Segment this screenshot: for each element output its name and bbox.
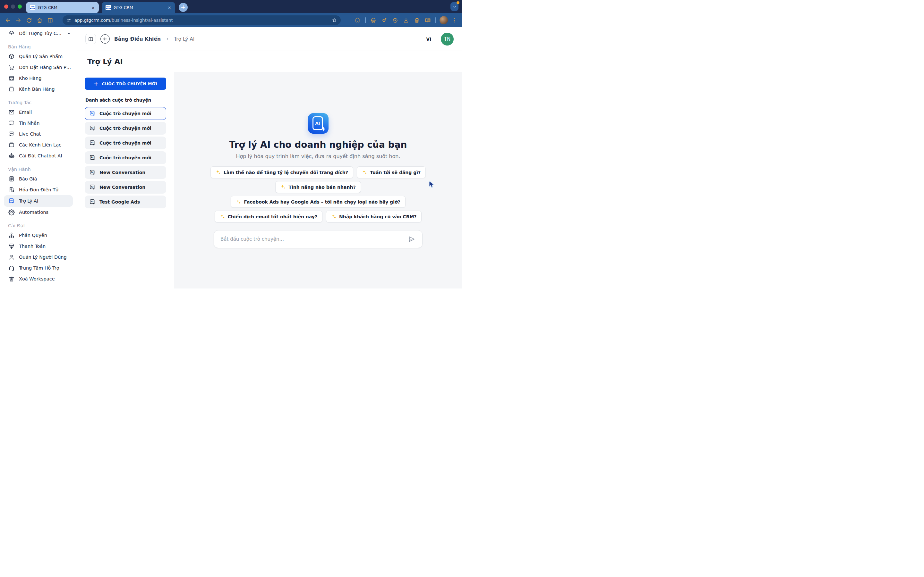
gtg-crm-favicon: GTGCRM <box>105 5 111 10</box>
chevron-down-icon <box>67 31 71 36</box>
sidebar-item-tro-ly-ai[interactable]: AITrợ Lý AI <box>4 195 73 207</box>
back-icon[interactable] <box>3 15 13 26</box>
reading-list-icon[interactable] <box>423 15 433 26</box>
conversation-item[interactable]: AITest Google Ads <box>85 195 166 208</box>
sidebar-item-cai-dat-chatbot-ai[interactable]: Cài Đặt Chatbot AI <box>0 150 77 161</box>
sidebar-item-label: Kênh Bán Hàng <box>19 87 55 92</box>
mail-icon <box>8 109 15 116</box>
sidebar-item-label: Kho Hàng <box>19 76 41 81</box>
suggestion-chip-tuan-toi-se-dang-gi[interactable]: Tuần tới sẽ đăng gì? <box>357 166 426 178</box>
suggestion-chip-lam-the-nao-de-tang-ty-le-chuyen-doi-trang-dich[interactable]: Làm thế nào để tăng tỷ lệ chuyển đổi tra… <box>210 166 353 178</box>
sidebar-item-kenh-ban-hang[interactable]: Kênh Bán Hàng <box>0 84 77 95</box>
suggestion-chip-tinh-nang-nao-ban-nhanh[interactable]: Tính năng nào bán nhanh? <box>275 181 360 193</box>
suggestion-chip-facebook-ads-hay-google-ads-toi-nen-chay-loai-nao-bay-gio[interactable]: Facebook Ads hay Google Ads – tôi nên ch… <box>231 196 405 208</box>
conversation-item[interactable]: AICuộc trò chuyện mới <box>85 107 166 120</box>
sidebar-item-hoa-don-dien-tu[interactable]: Hóa Đơn Điện Tử <box>0 184 77 195</box>
conversation-item[interactable]: AICuộc trò chuyện mới <box>85 137 166 149</box>
store-icon <box>8 75 15 82</box>
headset-icon <box>8 265 15 271</box>
ai-icon: AI <box>89 169 95 176</box>
download-icon[interactable] <box>401 15 411 26</box>
sidebar-item-don-dat-hang-san-ph[interactable]: Đơn Đặt Hàng Sản Ph... <box>0 62 77 73</box>
sidebar-section-title: Vận Hành <box>0 165 77 173</box>
reload-icon[interactable] <box>24 15 34 26</box>
language-selector[interactable]: VI <box>426 37 431 42</box>
trash-extension-icon[interactable] <box>412 15 422 26</box>
sidebar-item-phan-quyen[interactable]: Phân Quyền <box>0 230 77 241</box>
sidebar-item-quan-ly-san-pham[interactable]: Quản Lý Sản Phẩm <box>0 51 77 62</box>
fullscreen-window-button[interactable] <box>18 5 22 9</box>
history-icon[interactable] <box>390 15 401 26</box>
tab-search-button[interactable] <box>451 2 459 11</box>
sidebar-item-trung-tam-ho-tro[interactable]: Trung Tâm Hỗ Trợ <box>0 263 77 274</box>
browser-tab-strip: GTGCRM GTG CRM × GTGCRM GTG CRM × + <box>0 0 462 13</box>
sidebar-item-label: Trung Tâm Hỗ Trợ <box>19 266 59 271</box>
user-avatar[interactable]: TN <box>441 33 454 45</box>
assistant-title: Trợ lý AI cho doanh nghiệp của bạn <box>229 139 407 150</box>
back-button[interactable] <box>100 34 110 44</box>
invoice-icon <box>8 187 15 193</box>
sidebar-item-doi-tuong-tuy-chinh[interactable]: Đối Tượng Tùy Chỉnh <box>0 28 77 39</box>
conversation-item[interactable]: AINew Conversation <box>85 166 166 179</box>
new-tab-button[interactable]: + <box>179 3 188 12</box>
suggestion-chip-chien-dich-email-tot-nhat-hien-nay[interactable]: Chiến dịch email tốt nhất hiện nay? <box>215 211 323 222</box>
sidebar-item-label: Email <box>19 110 32 115</box>
close-window-button[interactable] <box>4 5 8 9</box>
conversation-item[interactable]: AICuộc trò chuyện mới <box>85 122 166 135</box>
header-bar: Bảng Điều Khiển Trợ Lý AI VI TN <box>77 27 462 51</box>
sidebar-item-thanh-toan[interactable]: Thanh Toán <box>0 241 77 251</box>
breadcrumb-parent[interactable]: Bảng Điều Khiển <box>114 36 161 42</box>
url-text: app.gtgcrm.com/business-insight/ai-assis… <box>74 18 173 23</box>
toolbar-separator <box>435 17 436 23</box>
close-tab-icon[interactable]: × <box>167 5 172 10</box>
sidebar-item-cac-kenh-lien-lac[interactable]: Các Kênh Liên Lạc <box>0 139 77 150</box>
conversation-item[interactable]: AINew Conversation <box>85 181 166 193</box>
sidebar-item-label: Thanh Toán <box>19 243 45 249</box>
incognito-extension-icon[interactable] <box>368 15 379 26</box>
gear-icon <box>8 209 15 216</box>
sidebar-item-label: Đối Tượng Tùy Chỉnh <box>19 31 63 36</box>
svg-text:AI: AI <box>91 171 94 173</box>
sidebar-item-bao-gia[interactable]: Báo Giá <box>0 173 77 184</box>
sidebar-item-quan-ly-nguoi-dung[interactable]: Quản Lý Người Dùng <box>0 251 77 263</box>
conversation-label: New Conversation <box>99 170 145 175</box>
plus-icon: + <box>94 81 99 87</box>
robot-icon <box>8 153 15 159</box>
suggestion-chip-nhap-khach-hang-cu-vao-crm[interactable]: Nhập khách hàng cũ vào CRM? <box>326 211 422 222</box>
chat-input[interactable] <box>220 236 407 242</box>
reading-mode-icon[interactable] <box>45 15 55 26</box>
send-button[interactable] <box>407 234 417 244</box>
ai-icon: AI <box>89 199 95 205</box>
sidebar-toggle-button[interactable] <box>86 34 96 44</box>
chevron-right-icon <box>165 37 170 41</box>
suggestion-chip-label: Nhập khách hàng cũ vào CRM? <box>339 214 417 219</box>
bookmark-star-icon[interactable] <box>332 18 337 23</box>
browser-tab-1[interactable]: GTGCRM GTG CRM × <box>26 2 99 13</box>
minimize-window-button[interactable] <box>11 5 15 9</box>
sidebar-item-automations[interactable]: Automations <box>0 207 77 218</box>
sidebar-item-label: Các Kênh Liên Lạc <box>19 142 61 147</box>
window-controls <box>4 5 22 9</box>
ai-icon: AI <box>89 155 95 161</box>
forward-icon[interactable] <box>13 15 24 26</box>
conversation-item[interactable]: AICuộc trò chuyện mới <box>85 151 166 164</box>
sidebar-item-kho-hang[interactable]: Kho Hàng <box>0 73 77 84</box>
suggestion-chip-label: Chiến dịch email tốt nhất hiện nay? <box>228 214 318 219</box>
favorites-extension-icon[interactable] <box>379 15 389 26</box>
extensions-icon[interactable] <box>352 15 363 26</box>
sidebar-item-live-chat[interactable]: Live Chat <box>0 129 77 139</box>
close-tab-icon[interactable]: × <box>90 5 95 10</box>
home-icon[interactable] <box>34 15 45 26</box>
sidebar-item-email[interactable]: Email <box>0 107 77 118</box>
sidebar-item-tin-nhan[interactable]: Tin Nhắn <box>0 118 77 129</box>
new-conversation-button[interactable]: + CUỘC TRÒ CHUYỆN MỚI <box>85 77 166 90</box>
browser-tab-2-active[interactable]: GTGCRM GTG CRM × <box>102 2 175 13</box>
profile-avatar[interactable] <box>439 16 448 24</box>
sidebar-item-label: Quản Lý Người Dùng <box>19 255 67 259</box>
address-bar[interactable]: app.gtgcrm.com/business-insight/ai-assis… <box>63 15 341 25</box>
user-icon <box>8 254 15 261</box>
sidebar-item-xoa-workspace[interactable]: Xoá Workspace <box>0 274 77 284</box>
assistant-subtitle: Hợp lý hóa quy trình làm việc, đưa ra qu… <box>236 153 401 159</box>
menu-icon[interactable] <box>449 15 460 26</box>
site-info-icon[interactable] <box>66 18 71 23</box>
